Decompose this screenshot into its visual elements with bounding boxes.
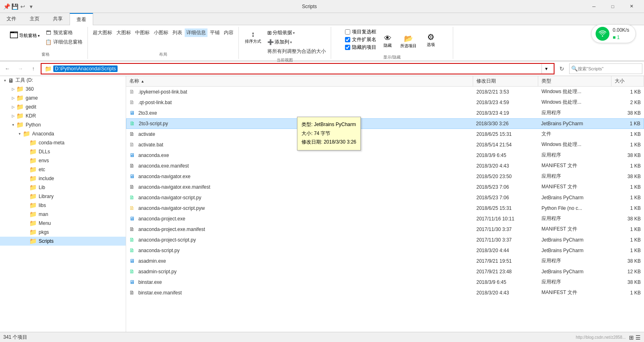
- tree-item-conda-meta[interactable]: 📁 conda-meta: [0, 138, 126, 147]
- file-row[interactable]: 🗎 2to3-script.py 2018/3/30 3:26 JetBrain…: [126, 118, 644, 129]
- tab-share[interactable]: 共享: [46, 13, 70, 25]
- file-row[interactable]: 🗎 anaconda-script.py 2018/3/20 4:44 JetB…: [126, 245, 644, 256]
- tree-item-libs[interactable]: 📁 libs: [0, 201, 126, 210]
- address-dropdown[interactable]: ▾: [541, 64, 550, 74]
- file-type: Python File (no c...: [538, 205, 611, 211]
- tree-item-root[interactable]: ▾ 🖥 工具 (D:: [0, 76, 126, 85]
- file-row[interactable]: 🗎 activate 2018/6/25 15:31 文件 1 KB: [126, 129, 644, 139]
- col-header-type[interactable]: 类型: [538, 76, 611, 86]
- file-row[interactable]: 🗎 anaconda-navigator-script.pyw 2018/6/2…: [126, 203, 644, 213]
- file-row[interactable]: 🗎 anaconda-project.exe.manifest 2017/11/…: [126, 224, 644, 235]
- tree-item-etc[interactable]: 📁 etc: [0, 165, 126, 174]
- search-input[interactable]: [578, 66, 631, 71]
- file-tooltip: 类型: JetBrains PyCharm 大小: 74 字节 修改日期: 20…: [297, 117, 361, 150]
- folder-icon-libs: 📁: [29, 202, 37, 209]
- file-row[interactable]: 🖥 asadmin.exe 2017/9/21 19:51 应用程序 38 KB: [126, 256, 644, 266]
- tab-file[interactable]: 文件: [0, 13, 23, 25]
- tree-item-envs[interactable]: 📁 envs: [0, 156, 126, 165]
- close-button[interactable]: ✕: [622, 0, 641, 13]
- file-row[interactable]: 🗎 anaconda-navigator.exe.manifest 2018/5…: [126, 182, 644, 192]
- preview-pane-button[interactable]: 🗔 预览窗格: [44, 28, 84, 37]
- file-icon: 🗎: [129, 205, 136, 211]
- maximize-button[interactable]: □: [603, 0, 622, 13]
- tree-item-pkgs[interactable]: 📁 pkgs: [0, 228, 126, 237]
- pin-icon: 📌: [3, 3, 10, 10]
- file-row[interactable]: 🗎 .ipykernel-post-link.bat 2018/2/21 3:5…: [126, 87, 644, 97]
- tree-item-library[interactable]: 📁 Library: [0, 192, 126, 201]
- tree-item-include[interactable]: 📁 include: [0, 174, 126, 183]
- small-icons-btn[interactable]: 小图标: [152, 28, 170, 37]
- tree-item-anaconda[interactable]: ▾ 📁 Anaconda: [0, 129, 126, 138]
- up-button[interactable]: ↑: [28, 63, 39, 74]
- status-watermark: http://blog.csdn.net/z2858...: [576, 335, 626, 340]
- tree-item-gedit[interactable]: ▷ 📁 gedit: [0, 102, 126, 111]
- folder-icon-python: 📁: [16, 121, 24, 129]
- col-header-name[interactable]: 名称 ▲: [126, 76, 473, 86]
- nav-pane-button[interactable]: 🗔 导航窗格 ▾: [7, 28, 43, 42]
- ribbon-tabs: 文件 主页 共享 查看: [0, 13, 644, 25]
- tree-item-menu[interactable]: 📁 Menu: [0, 219, 126, 228]
- file-size: 38 KB: [611, 279, 644, 285]
- back-button[interactable]: ←: [2, 63, 13, 74]
- folder-icon-menu: 📁: [29, 220, 37, 227]
- forward-button[interactable]: →: [15, 63, 26, 74]
- item-checkbox[interactable]: [345, 29, 350, 35]
- file-row[interactable]: 🗎 activate.bat 2018/5/14 21:54 Windows 批…: [126, 139, 644, 150]
- file-row[interactable]: 🗎 binstar.exe.manifest 2018/3/20 4:43 MA…: [126, 288, 644, 298]
- file-row[interactable]: 🖥 binstar.exe 2018/3/9 6:45 应用程序 38 KB: [126, 277, 644, 288]
- file-row[interactable]: 🗎 anaconda-project-script.py 2017/11/30 …: [126, 235, 644, 245]
- tree-item-man[interactable]: 📁 man: [0, 210, 126, 219]
- tree-item-lib[interactable]: 📁 Lib: [0, 183, 126, 192]
- item-checkbox-label[interactable]: 项目复选框: [345, 28, 376, 35]
- file-name: 🖥 binstar.exe: [126, 279, 473, 285]
- hide-button[interactable]: 👁 隐藏: [380, 33, 396, 53]
- fit-columns-button[interactable]: 将所有列调整为合适的大小: [266, 47, 327, 56]
- tiles-btn[interactable]: 平铺: [208, 28, 221, 37]
- tree-item-dlls[interactable]: 📁 DLLs: [0, 147, 126, 156]
- file-date: 2018/6/25 15:31: [473, 205, 538, 211]
- hidden-items-checkbox[interactable]: [345, 45, 350, 50]
- file-row[interactable]: 🖥 anaconda-project.exe 2017/11/16 10:11 …: [126, 213, 644, 224]
- hide-selected-button[interactable]: 📂 所选项目: [397, 33, 419, 53]
- file-row[interactable]: 🖥 anaconda.exe 2018/3/9 6:45 应用程序 38 KB: [126, 150, 644, 161]
- file-row[interactable]: 🗎 .qt-post-link.bat 2018/3/23 4:59 Windo…: [126, 97, 644, 108]
- file-row[interactable]: 🖥 anaconda-navigator.exe 2018/5/20 23:50…: [126, 171, 644, 182]
- list-btn[interactable]: 列表: [171, 28, 184, 37]
- file-row[interactable]: 🖥 2to3.exe 2018/3/23 4:19 应用程序 38 KB: [126, 108, 644, 118]
- add-column-button[interactable]: ➕ 添加列 ▾: [266, 38, 327, 46]
- details-btn[interactable]: 详细信息: [185, 28, 207, 37]
- extension-checkbox[interactable]: [345, 37, 350, 42]
- tree-item-scripts[interactable]: 📁 Scripts: [0, 237, 126, 246]
- options-button[interactable]: ⚙ 选项: [423, 27, 439, 53]
- col-header-date[interactable]: 修改日期: [473, 76, 538, 86]
- file-row[interactable]: 🗎 anaconda-navigator-script.py 2018/5/23…: [126, 192, 644, 203]
- col-header-size[interactable]: 大小: [611, 76, 644, 86]
- extension-checkbox-label[interactable]: 文件扩展名: [345, 36, 376, 43]
- refresh-button[interactable]: ↻: [556, 63, 568, 74]
- dropdown-icon[interactable]: ▾: [28, 3, 34, 10]
- tree-item-python[interactable]: ▾ 📁 Python: [0, 120, 126, 129]
- medium-icons-btn[interactable]: 中图标: [133, 28, 151, 37]
- tree-item-game[interactable]: ▷ 📁 game: [0, 94, 126, 102]
- minimize-button[interactable]: ─: [585, 0, 603, 13]
- grid-view-icon[interactable]: ⊞: [629, 334, 634, 341]
- tab-home[interactable]: 主页: [23, 13, 46, 25]
- tab-view[interactable]: 查看: [70, 13, 93, 25]
- hidden-items-checkbox-label[interactable]: 隐藏的项目: [345, 44, 376, 51]
- large-icons-btn[interactable]: 大图标: [115, 28, 133, 37]
- file-row[interactable]: 🗎 anaconda.exe.manifest 2018/3/20 4:43 M…: [126, 161, 644, 171]
- file-date: 2018/3/9 6:45: [473, 152, 538, 158]
- list-view-icon[interactable]: ☰: [635, 334, 641, 341]
- content-btn[interactable]: 内容: [222, 28, 235, 37]
- sort-by-button[interactable]: ↕ 排序方式: [242, 28, 264, 46]
- file-row[interactable]: 🗎 asadmin-script.py 2017/9/21 23:48 JetB…: [126, 266, 644, 277]
- tree-item-kdr[interactable]: ▷ 📁 KDR: [0, 111, 126, 120]
- file-name: 🗎 anaconda-navigator.exe.manifest: [126, 184, 473, 190]
- folder-icon-game: 📁: [16, 94, 24, 102]
- details-pane-button[interactable]: 📋 详细信息窗格: [44, 38, 84, 46]
- file-size: 12 KB: [611, 269, 644, 274]
- tree-item-360[interactable]: ▷ 📁 360: [0, 85, 126, 94]
- group-by-button[interactable]: ⊞ 分组依据 ▾: [266, 28, 327, 37]
- extra-large-icons-btn[interactable]: 超大图标: [91, 28, 114, 37]
- address-text[interactable]: D:\Python\Anaconda\Scripts: [53, 65, 118, 72]
